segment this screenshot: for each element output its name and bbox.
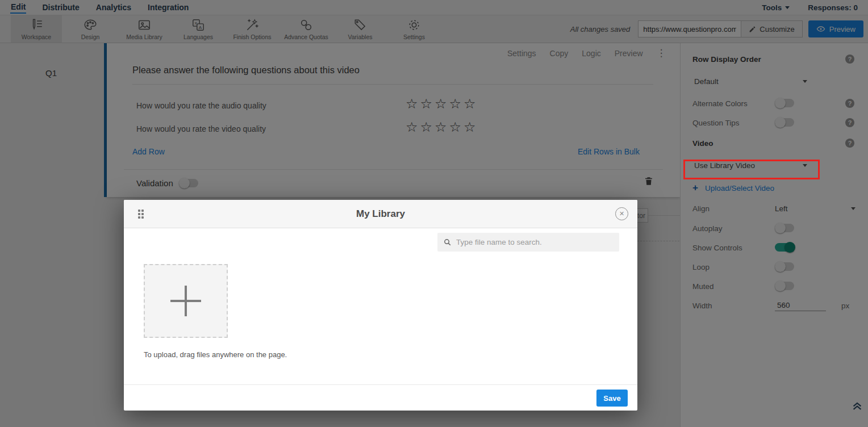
modal-footer: Save	[124, 384, 637, 411]
upload-hint: To upload, drag files anywhere on the pa…	[144, 350, 287, 359]
modal-header: My Library ✕	[124, 200, 637, 228]
search-input[interactable]	[456, 238, 614, 246]
search-icon	[443, 238, 452, 246]
close-icon[interactable]: ✕	[615, 207, 628, 220]
modal-title: My Library	[124, 200, 637, 228]
upload-tile[interactable]	[144, 264, 228, 338]
plus-icon	[170, 286, 201, 316]
my-library-modal: My Library ✕ To upload, drag files anywh…	[124, 200, 637, 411]
save-button[interactable]: Save	[596, 390, 628, 407]
library-search	[437, 233, 619, 252]
